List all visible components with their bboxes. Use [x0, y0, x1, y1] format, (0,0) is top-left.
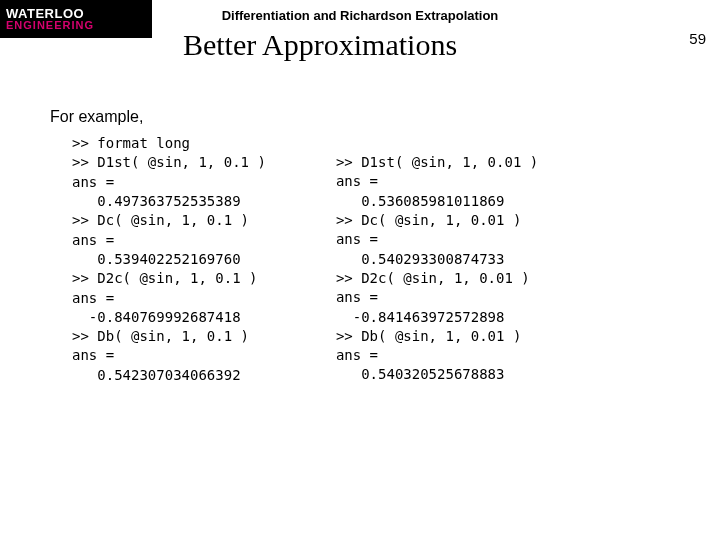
code-left: >> format long >> D1st( @sin, 1, 0.1 ) a…	[72, 134, 266, 385]
slide-topic: Differentiation and Richardson Extrapola…	[0, 8, 720, 23]
page-number: 59	[689, 30, 706, 47]
intro-text: For example,	[50, 108, 143, 126]
code-columns: >> format long >> D1st( @sin, 1, 0.1 ) a…	[72, 134, 682, 385]
code-right: >> D1st( @sin, 1, 0.01 ) ans = 0.5360859…	[336, 134, 538, 385]
slide-title: Better Approximations	[0, 28, 640, 62]
